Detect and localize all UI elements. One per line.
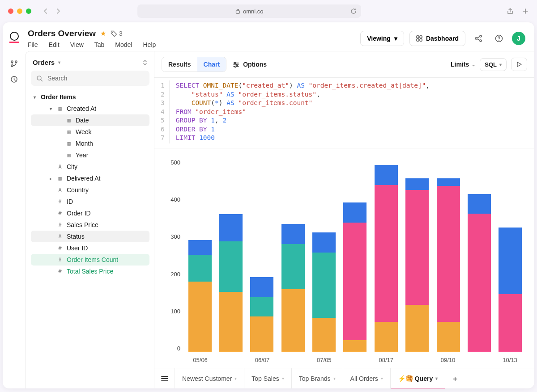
omni-logo[interactable] — [10, 32, 19, 41]
type-icon: # — [57, 198, 63, 205]
field-label: Country — [67, 186, 89, 194]
back-icon[interactable] — [42, 8, 49, 15]
run-button[interactable] — [511, 58, 527, 71]
window-minimize[interactable] — [17, 8, 22, 14]
address-bar[interactable]: omni.co — [137, 4, 361, 18]
traffic-lights — [8, 8, 31, 14]
bar-segment-teal — [312, 253, 336, 318]
tree-group[interactable]: ▾ Order Items — [31, 91, 149, 103]
bar-segment-pink — [405, 190, 429, 305]
add-tab-button[interactable]: ＋ — [445, 368, 465, 388]
bar-segment-blue — [499, 228, 522, 294]
field-order-items-count[interactable]: #Order Items Count — [31, 254, 149, 266]
star-icon[interactable]: ★ — [100, 30, 106, 38]
field-week[interactable]: ▦Week — [31, 126, 149, 138]
window-close[interactable] — [8, 8, 13, 14]
bar[interactable] — [405, 178, 429, 352]
field-total-sales-price[interactable]: #Total Sales Price — [31, 266, 149, 277]
bar[interactable] — [468, 194, 491, 352]
branch-icon[interactable] — [10, 60, 18, 67]
bar-segment-orange — [219, 292, 243, 352]
sql-code[interactable]: SELECT OMNI_DATE("created_at") AS "order… — [170, 80, 436, 143]
bar[interactable] — [188, 240, 212, 352]
field-delivered-at[interactable]: ▸▦Delivered At — [31, 173, 149, 184]
tab-results[interactable]: Results — [162, 57, 197, 72]
share-icon[interactable] — [507, 8, 514, 15]
viewing-button[interactable]: Viewing ▾ — [360, 31, 404, 46]
field-order-id[interactable]: #Order ID — [31, 207, 149, 219]
field-month[interactable]: ▦Month — [31, 138, 149, 149]
y-tick: 300 — [170, 233, 180, 240]
bottom-tab-active[interactable]: ⚡🥞 Query ▾ — [391, 368, 445, 388]
share-graph-icon[interactable] — [471, 31, 486, 46]
limits-dropdown[interactable]: Limits ⌄ — [451, 61, 475, 68]
help-icon[interactable] — [491, 31, 507, 46]
results-chart-segment: Results Chart — [162, 57, 226, 72]
y-tick: 0 — [177, 345, 180, 352]
browser-chrome: omni.co — [0, 0, 537, 22]
field-date[interactable]: ▦Date — [31, 114, 149, 126]
type-icon: # — [57, 245, 63, 251]
bottom-tab[interactable]: All Orders▾ — [343, 368, 391, 388]
bar[interactable] — [343, 202, 367, 352]
svg-point-12 — [11, 65, 13, 67]
menu-tab[interactable]: Tab — [94, 41, 105, 48]
svg-point-13 — [15, 61, 17, 63]
bottom-tab[interactable]: Newest Customer▾ — [175, 368, 244, 388]
menu-help[interactable]: Help — [143, 41, 156, 48]
field-sales-price[interactable]: #Sales Price — [31, 219, 149, 231]
bar-segment-blue — [219, 214, 243, 241]
window-zoom[interactable] — [26, 8, 31, 14]
field-id[interactable]: #ID — [31, 196, 149, 207]
menu-model[interactable]: Model — [115, 41, 132, 48]
avatar[interactable]: J — [512, 32, 525, 45]
bar[interactable] — [437, 178, 460, 352]
x-tick: 06/07 — [247, 357, 277, 363]
type-icon: ▦ — [66, 140, 72, 147]
field-label: Week — [76, 128, 92, 135]
reload-icon[interactable] — [350, 8, 357, 14]
bottom-tab[interactable]: Top Sales▾ — [244, 368, 291, 388]
bar[interactable] — [219, 214, 243, 352]
dashboard-button[interactable]: Dasbhoard — [409, 31, 465, 46]
bar[interactable] — [312, 232, 336, 352]
field-status[interactable]: AStatus — [31, 231, 149, 242]
datasource-dropdown[interactable]: Orders ▾ — [33, 59, 60, 66]
forward-icon[interactable] — [55, 8, 62, 15]
menu-view[interactable]: View — [70, 41, 84, 48]
sql-editor[interactable]: 1234567 SELECT OMNI_DATE("created_at") A… — [154, 78, 534, 148]
field-city[interactable]: ACity — [31, 161, 149, 173]
svg-rect-4 — [417, 39, 419, 41]
svg-point-18 — [235, 66, 236, 67]
field-country[interactable]: ACountry — [31, 184, 149, 196]
search-input[interactable] — [47, 75, 144, 82]
bar[interactable] — [499, 228, 522, 352]
options-button[interactable]: Options — [231, 58, 268, 71]
caret-down-icon: ▾ — [381, 376, 383, 381]
bar-segment-pink — [437, 186, 460, 321]
bar[interactable] — [250, 277, 273, 352]
type-icon: # — [57, 222, 63, 228]
bar[interactable] — [281, 224, 305, 352]
type-icon: # — [57, 257, 63, 263]
expand-collapse-icon[interactable] — [142, 59, 148, 66]
sql-button[interactable]: SQL ▾ — [480, 58, 507, 71]
field-user-id[interactable]: #User ID — [31, 242, 149, 254]
field-created-at[interactable]: ▾▦Created At — [31, 103, 149, 114]
field-year[interactable]: ▦Year — [31, 149, 149, 161]
tabs-menu-icon[interactable] — [154, 368, 175, 388]
field-label: Created At — [67, 105, 96, 112]
bottom-tab[interactable]: Top Brands▾ — [292, 368, 343, 388]
new-tab-icon[interactable] — [522, 8, 529, 15]
content-area: Results Chart Options Limits ⌄ — [154, 51, 534, 388]
menu-edit[interactable]: Edit — [49, 41, 60, 48]
bar-segment-blue — [375, 165, 398, 185]
tab-chart[interactable]: Chart — [197, 57, 226, 72]
tag-count[interactable]: 3 — [111, 30, 123, 37]
bar[interactable] — [375, 165, 398, 352]
caret-down-icon: ▾ — [234, 376, 237, 381]
svg-point-1 — [112, 32, 113, 33]
search-box[interactable] — [31, 71, 149, 86]
history-icon[interactable] — [10, 76, 18, 83]
menu-file[interactable]: File — [28, 41, 38, 48]
